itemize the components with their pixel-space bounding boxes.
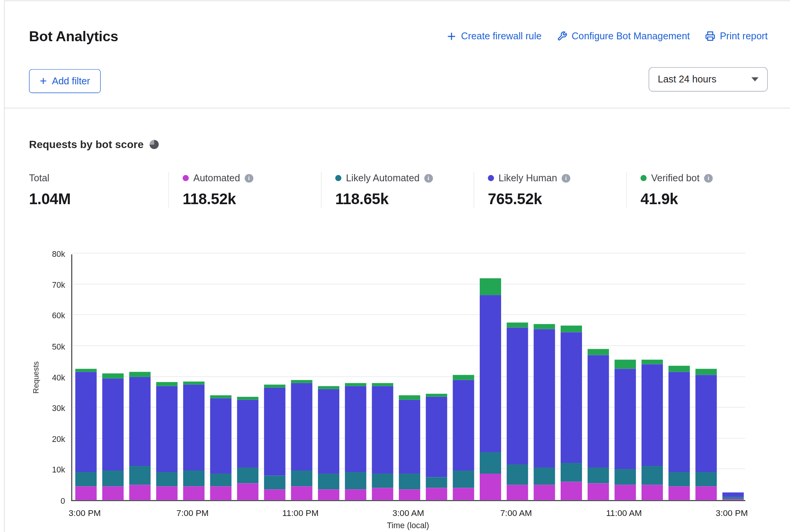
bar-15[interactable] [479, 278, 501, 500]
segment-automated[interactable] [560, 482, 582, 500]
segment-verified-bot[interactable] [75, 369, 97, 372]
segment-likely-automated[interactable] [641, 466, 663, 484]
segment-likely-automated[interactable] [479, 452, 501, 474]
segment-verified-bot[interactable] [426, 394, 447, 397]
bar-21[interactable] [641, 360, 663, 500]
segment-verified-bot[interactable] [453, 375, 474, 380]
segment-verified-bot[interactable] [668, 366, 690, 372]
segment-automated[interactable] [398, 489, 420, 500]
segment-likely-human[interactable] [722, 492, 743, 497]
segment-automated[interactable] [614, 485, 636, 500]
segment-automated[interactable] [183, 486, 204, 500]
segment-likely-automated[interactable] [102, 471, 123, 486]
segment-likely-automated[interactable] [668, 472, 690, 486]
bar-10[interactable] [345, 383, 366, 500]
segment-automated[interactable] [318, 489, 339, 500]
segment-likely-human[interactable] [210, 398, 231, 474]
bar-7[interactable] [264, 384, 285, 500]
segment-likely-automated[interactable] [614, 469, 636, 485]
segment-likely-human[interactable] [398, 400, 420, 474]
segment-likely-automated[interactable] [129, 466, 150, 484]
segment-likely-human[interactable] [614, 369, 636, 469]
segment-automated[interactable] [426, 488, 447, 500]
bar-5[interactable] [210, 395, 231, 500]
bar-19[interactable] [587, 349, 609, 500]
segment-automated[interactable] [641, 485, 663, 500]
bar-2[interactable] [129, 372, 150, 500]
segment-likely-automated[interactable] [156, 472, 177, 486]
bar-14[interactable] [453, 375, 474, 500]
segment-verified-bot[interactable] [345, 383, 366, 386]
segment-likely-human[interactable] [372, 386, 393, 474]
segment-automated[interactable] [534, 485, 555, 500]
bar-20[interactable] [614, 360, 636, 500]
segment-likely-automated[interactable] [345, 472, 366, 489]
bar-22[interactable] [668, 366, 690, 500]
segment-likely-human[interactable] [506, 327, 528, 465]
segment-verified-bot[interactable] [291, 380, 312, 383]
segment-likely-human[interactable] [183, 384, 204, 471]
bar-16[interactable] [506, 323, 528, 500]
segment-verified-bot[interactable] [183, 381, 204, 384]
segment-likely-automated[interactable] [453, 471, 474, 488]
segment-likely-automated[interactable] [264, 476, 285, 489]
segment-automated[interactable] [453, 488, 474, 500]
segment-likely-automated[interactable] [560, 463, 582, 481]
segment-likely-human[interactable] [318, 389, 339, 474]
segment-automated[interactable] [237, 483, 258, 500]
segment-automated[interactable] [156, 486, 177, 500]
segment-likely-human[interactable] [534, 329, 555, 468]
segment-automated[interactable] [129, 485, 150, 500]
segment-verified-bot[interactable] [156, 382, 177, 386]
segment-automated[interactable] [372, 488, 393, 500]
segment-likely-human[interactable] [453, 380, 474, 471]
segment-verified-bot[interactable] [398, 395, 420, 400]
bar-24[interactable] [722, 492, 743, 500]
segment-automated[interactable] [722, 499, 743, 500]
segment-verified-bot[interactable] [264, 384, 285, 387]
segment-verified-bot[interactable] [102, 374, 123, 378]
bar-17[interactable] [534, 324, 555, 500]
segment-automated[interactable] [695, 486, 717, 500]
segment-likely-human[interactable] [345, 386, 366, 472]
segment-verified-bot[interactable] [695, 369, 717, 375]
segment-likely-automated[interactable] [695, 472, 717, 486]
segment-automated[interactable] [210, 486, 231, 500]
segment-likely-human[interactable] [695, 375, 717, 472]
segment-likely-human[interactable] [156, 386, 177, 472]
bar-12[interactable] [398, 395, 420, 500]
segment-automated[interactable] [587, 483, 609, 500]
bar-0[interactable] [75, 369, 97, 500]
segment-verified-bot[interactable] [506, 323, 528, 327]
segment-likely-human[interactable] [102, 378, 123, 471]
segment-likely-automated[interactable] [237, 468, 258, 483]
bar-23[interactable] [695, 369, 717, 500]
segment-verified-bot[interactable] [479, 278, 501, 295]
segment-likely-automated[interactable] [75, 472, 97, 486]
segment-automated[interactable] [291, 486, 312, 500]
segment-verified-bot[interactable] [641, 360, 663, 364]
bar-3[interactable] [156, 382, 177, 500]
segment-verified-bot[interactable] [614, 360, 636, 369]
segment-likely-human[interactable] [560, 332, 582, 463]
bar-4[interactable] [183, 381, 204, 500]
segment-likely-human[interactable] [587, 355, 609, 468]
bar-8[interactable] [291, 380, 312, 500]
segment-likely-human[interactable] [237, 400, 258, 468]
bar-11[interactable] [372, 383, 393, 500]
bar-1[interactable] [102, 374, 123, 500]
segment-verified-bot[interactable] [560, 326, 582, 332]
bar-13[interactable] [426, 394, 447, 500]
bar-18[interactable] [560, 326, 582, 500]
segment-automated[interactable] [506, 485, 528, 500]
segment-likely-automated[interactable] [183, 471, 204, 486]
segment-automated[interactable] [668, 486, 690, 500]
segment-likely-human[interactable] [75, 372, 97, 472]
segment-verified-bot[interactable] [587, 349, 609, 355]
segment-likely-human[interactable] [668, 372, 690, 472]
segment-likely-automated[interactable] [398, 474, 420, 489]
bar-9[interactable] [318, 386, 339, 500]
segment-likely-automated[interactable] [372, 474, 393, 488]
segment-verified-bot[interactable] [129, 372, 150, 377]
segment-verified-bot[interactable] [372, 383, 393, 386]
